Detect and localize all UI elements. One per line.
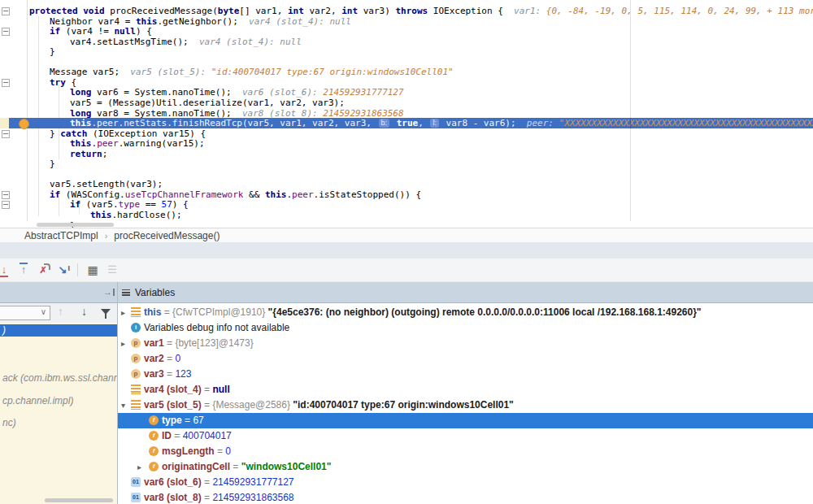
evaluate-expression-icon[interactable]: ▦ — [85, 263, 100, 277]
code-line[interactable]: this.peer.netStats.finishReadTcp(var5, v… — [0, 118, 813, 128]
editor-horizontal-scrollbar[interactable] — [37, 223, 114, 227]
code-segment: byte — [218, 6, 240, 16]
value-part: = — [164, 337, 176, 349]
code-line[interactable]: this.hardClose(); — [0, 210, 813, 220]
tab-variables[interactable]: Variables — [122, 282, 175, 303]
debug-step-toolbar: ↓↑✗↘▦☰ — [0, 259, 813, 281]
filter-frames-icon[interactable] — [101, 309, 111, 319]
variable-row[interactable]: pvar2 = 0 — [118, 351, 813, 367]
force-step-into-icon[interactable]: ↓ — [0, 263, 11, 277]
code-line[interactable]: } catch (IOException var15) { — [0, 128, 813, 139]
code-line[interactable]: if (var5.type == 57) { — [0, 199, 813, 210]
value-part: Variables debug info not available — [144, 322, 289, 333]
code-segment: var8 - var6); — [441, 118, 516, 128]
code-line[interactable]: var5 = (Message)Util.deserialize(var1, v… — [0, 98, 813, 108]
variable-text: originatingCell = "windows10Cell01" — [118, 459, 813, 475]
value-part: = — [172, 430, 183, 441]
variable-row[interactable]: ▸foriginatingCell = "windows10Cell01" — [118, 459, 813, 475]
chevron-right-icon[interactable]: ▸ — [121, 336, 125, 351]
value-part: {Message@2586} — [212, 399, 293, 411]
code-line[interactable]: if (var4 != null) { — [0, 26, 813, 37]
code-line[interactable]: } — [0, 159, 813, 169]
code-segment: "XXXXXXXXXXXXXXXXXXXXXXXXXXXXXXXXXXXXXXX… — [559, 118, 813, 128]
variable-row[interactable]: ftype = 67 — [118, 413, 813, 428]
step-out-icon[interactable]: ↑ — [16, 263, 31, 277]
object-icon — [131, 385, 141, 394]
variable-row[interactable]: ▸pvar1 = {byte[123]@1473} — [118, 336, 813, 351]
previous-frame-icon[interactable]: ↑ — [58, 305, 63, 318]
object-icon — [131, 307, 141, 317]
code-line[interactable] — [0, 57, 813, 67]
code-segment: useTcpChannelFramework — [125, 189, 244, 200]
code-line[interactable]: return; — [0, 149, 813, 159]
code-line[interactable]: var4.setLastMsgTime(); var4 (slot_4): nu… — [0, 37, 813, 47]
thread-selector-dropdown[interactable]: ∨ — [0, 306, 50, 320]
code-segment: } — [50, 46, 55, 57]
panel-divider[interactable] — [117, 282, 118, 504]
code-segment: int — [288, 6, 304, 16]
fold-marker-icon[interactable] — [2, 201, 10, 209]
intention-bulb-icon[interactable] — [19, 119, 29, 129]
code-line[interactable]: long var6 = System.nanoTime(); var6 (slo… — [0, 87, 813, 98]
run-to-cursor-icon[interactable]: ↘ — [55, 263, 70, 277]
code-line[interactable] — [0, 169, 813, 180]
code-segment: ; — [102, 149, 108, 159]
value-part: this — [144, 306, 161, 318]
code-line[interactable]: Neighbor var4 = this.getNeighbor(); var4… — [0, 16, 813, 27]
code-line[interactable]: try { — [0, 77, 813, 88]
code-line[interactable]: protected void procReceivedMessage(byte[… — [0, 6, 813, 16]
breadcrumb-separator-icon: › — [105, 231, 108, 241]
variable-row[interactable]: var4 (slot_4) = null — [118, 382, 813, 398]
hide-panel-icon[interactable]: → — [103, 287, 115, 298]
code-line[interactable]: var5.setLength(var3); — [0, 179, 813, 189]
variable-row[interactable]: 01var6 (slot_6) = 214592931777127 — [118, 475, 813, 490]
code-line[interactable]: long var8 = System.nanoTime(); var8 (slo… — [0, 108, 813, 119]
variable-row[interactable]: pvar3 = 123 — [118, 367, 813, 382]
chevron-down-icon[interactable]: ▾ — [121, 398, 125, 413]
frames-horizontal-scrollbar[interactable] — [45, 498, 113, 502]
fold-marker-icon[interactable] — [2, 28, 10, 36]
value-part: {byte[123]@1473} — [175, 337, 253, 349]
value-part: "id:400704017 type:67 origin:windows10Ce… — [293, 399, 513, 411]
fold-marker-icon[interactable] — [2, 7, 10, 15]
fold-marker-icon[interactable] — [2, 79, 10, 87]
code-line[interactable]: } — [0, 220, 813, 228]
frame-row[interactable]: nc) — [0, 417, 117, 429]
variable-row[interactable]: ▾var5 (slot_5) = {Message@2586} "id:4007… — [118, 398, 813, 413]
code-line[interactable]: } — [0, 46, 813, 57]
fold-marker-icon[interactable] — [2, 191, 10, 199]
breadcrumb-item[interactable]: AbstractTCPImpl — [24, 230, 98, 241]
breadcrumb-item[interactable]: procReceivedMessage() — [114, 230, 220, 241]
code-segment: var4.setLastMsgTime(); — [70, 37, 189, 47]
code-segment: var2, — [304, 6, 341, 16]
variable-text: this = {CfwTCPImpl@1910} "{4e5ce376: (no… — [118, 305, 813, 320]
fold-marker-icon[interactable] — [2, 130, 10, 138]
variable-text: type = 67 — [118, 413, 813, 428]
variable-row[interactable]: ▸this = {CfwTCPImpl@1910} "{4e5ce376: (n… — [118, 305, 813, 320]
frame-row[interactable]: cp.channel.impl) — [0, 395, 117, 407]
value-part: null — [212, 384, 229, 395]
code-line[interactable]: this.peer.warning(var15); — [0, 138, 813, 149]
variable-row[interactable]: fmsgLength = 0 — [118, 444, 813, 459]
chevron-right-icon[interactable]: ▸ — [137, 459, 141, 475]
code-editor[interactable]: protected void procReceivedMessage(byte[… — [0, 0, 813, 228]
code-line[interactable]: Message var5; var5 (slot_5): "id:4007040… — [0, 67, 813, 77]
variable-row[interactable]: 01var8 (slot_8) = 214592931863568 — [118, 490, 813, 504]
code-segment: } — [50, 159, 55, 169]
variables-menu-icon[interactable] — [122, 289, 130, 296]
drop-frame-icon[interactable]: ✗ — [36, 263, 50, 277]
value-part: 400704017 — [183, 430, 232, 441]
code-segment: this — [136, 16, 158, 27]
thread-selector-row: ∨ ↑ ↓ — [0, 303, 117, 323]
variable-row[interactable]: fID = 400704017 — [118, 428, 813, 444]
value-part: = — [202, 399, 213, 411]
next-frame-icon[interactable]: ↓ — [81, 305, 87, 318]
layout-settings-icon[interactable]: ☰ — [105, 263, 120, 277]
value-part: 67 — [193, 415, 203, 426]
variable-row[interactable]: iVariables debug info not available — [118, 320, 813, 336]
value-part: = — [161, 306, 172, 318]
frame-row[interactable]: ack (com.ibm.ws.ssl.chann — [0, 372, 117, 385]
frame-row[interactable]: ) — [0, 324, 117, 337]
code-line[interactable]: if (WASConfig.useTcpChannelFramework && … — [0, 189, 813, 200]
chevron-right-icon[interactable]: ▸ — [121, 305, 125, 320]
